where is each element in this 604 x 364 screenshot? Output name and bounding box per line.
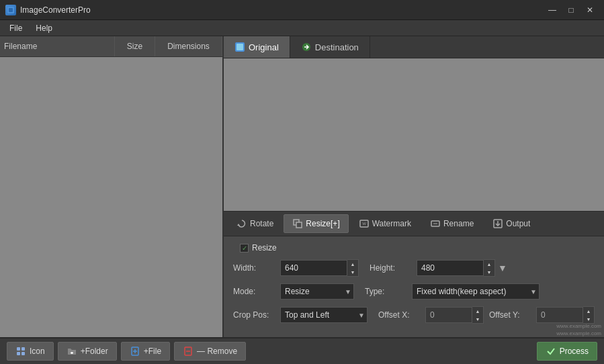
offset-x-spinner: ▲ ▼: [425, 306, 484, 324]
width-label: Width:: [233, 263, 280, 273]
svg-rect-3: [236, 44, 243, 50]
tab-output-label: Output: [506, 219, 530, 228]
tab-watermark-label: Watermark: [372, 219, 411, 228]
offset-y-spinner-btns: ▲ ▼: [583, 306, 595, 324]
height-spinner-btns: ▲ ▼: [484, 259, 495, 277]
process-label: Process: [560, 347, 589, 356]
width-input[interactable]: [280, 260, 347, 276]
add-folder-label: +Folder: [81, 347, 108, 356]
tab-output[interactable]: Output: [484, 214, 539, 233]
app-title: ImageConverterPro: [20, 5, 544, 15]
add-file-icon: [130, 346, 140, 357]
height-label: Height:: [370, 263, 417, 273]
resize-icon: [292, 218, 303, 229]
add-file-button[interactable]: +File: [121, 342, 170, 361]
offset-x-down-btn[interactable]: ▼: [472, 315, 483, 323]
window-controls: — □ ✕: [544, 3, 599, 17]
tab-rename[interactable]: Rename: [421, 214, 482, 233]
file-list-body[interactable]: [0, 57, 222, 337]
tab-destination[interactable]: Destination: [290, 36, 370, 58]
tab-rotate[interactable]: Rotate: [228, 214, 282, 233]
title-bar: ImageConverterPro — □ ✕: [0, 0, 604, 20]
bottom-toolbar: Icon +Folder +File — Re: [0, 337, 604, 364]
tab-resize-label: Resize[+]: [306, 219, 339, 228]
resize-checkbox-row: ✓ Resize: [233, 243, 595, 253]
height-up-btn[interactable]: ▲: [484, 260, 494, 268]
offset-y-down-btn[interactable]: ▼: [583, 315, 594, 323]
height-dropdown-arrow[interactable]: ▼: [498, 263, 507, 273]
tab-destination-label: Destination: [315, 42, 359, 52]
tab-resize[interactable]: Resize[+]: [284, 214, 348, 233]
menu-file[interactable]: File: [3, 22, 29, 34]
file-panel: Filename Size Dimensions: [0, 36, 224, 337]
svg-rect-7: [296, 222, 302, 228]
svg-rect-16: [17, 352, 20, 355]
remove-label: — Remove: [197, 347, 237, 356]
remove-icon: [183, 346, 193, 357]
svg-rect-14: [17, 347, 20, 351]
remove-button[interactable]: — Remove: [174, 342, 246, 361]
mode-select[interactable]: Resize Crop Fit: [280, 283, 354, 300]
offset-y-up-btn[interactable]: ▲: [583, 307, 594, 315]
mode-type-row: Mode: Resize Crop Fit ▼ Type: Fixed widt…: [233, 283, 595, 300]
resize-checkbox-label[interactable]: ✓ Resize: [240, 243, 277, 253]
svg-rect-17: [21, 352, 25, 355]
process-check-icon: [546, 346, 556, 357]
process-button[interactable]: Process: [537, 342, 597, 361]
minimize-button[interactable]: —: [544, 3, 561, 17]
offset-y-input[interactable]: [536, 307, 583, 323]
offset-x-input[interactable]: [425, 307, 472, 323]
svg-rect-15: [21, 347, 25, 351]
app-icon: [5, 5, 16, 15]
tab-rename-label: Rename: [443, 219, 474, 228]
destination-tab-icon: [301, 42, 312, 52]
type-select[interactable]: Fixed width(keep aspect) Fixed height(ke…: [412, 283, 540, 300]
tab-original[interactable]: Original: [224, 36, 290, 58]
main-content: Filename Size Dimensions Original: [0, 36, 604, 337]
icon-button[interactable]: Icon: [7, 342, 54, 361]
resize-label: Resize: [252, 243, 277, 253]
offset-y-label: Offset Y:: [489, 310, 536, 320]
width-spinner-btns: ▲ ▼: [347, 259, 359, 277]
height-input[interactable]: [417, 260, 484, 276]
mode-dropdown-wrap: Resize Crop Fit ▼: [280, 283, 354, 300]
folder-icon: [67, 346, 77, 357]
rotate-icon: [236, 218, 247, 229]
mode-label: Mode:: [233, 287, 280, 296]
maximize-button[interactable]: □: [562, 3, 580, 17]
width-spinner: ▲ ▼: [280, 259, 359, 277]
close-button[interactable]: ✕: [581, 3, 599, 17]
height-down-btn[interactable]: ▼: [484, 268, 494, 276]
svg-text:W: W: [362, 222, 366, 226]
width-down-btn[interactable]: ▼: [347, 268, 358, 276]
type-label: Type:: [365, 287, 412, 296]
menu-help[interactable]: Help: [29, 22, 59, 34]
col-filename: Filename: [0, 36, 115, 56]
crop-pos-select[interactable]: Top and Left Center Bottom Right: [280, 307, 368, 323]
width-up-btn[interactable]: ▲: [347, 260, 358, 268]
tab-original-label: Original: [249, 42, 279, 52]
crop-offset-row: Crop Pos: Top and Left Center Bottom Rig…: [233, 306, 595, 324]
resize-checkbox[interactable]: ✓: [240, 244, 249, 253]
right-panel: Original Destination Rotate: [224, 36, 604, 337]
col-size: Size: [115, 36, 155, 56]
width-height-row: Width: ▲ ▼ Height: ▲ ▼ ▼: [233, 259, 595, 277]
output-icon: [492, 218, 503, 229]
type-dropdown-wrap: Fixed width(keep aspect) Fixed height(ke…: [412, 283, 540, 300]
file-list-header: Filename Size Dimensions: [0, 36, 222, 57]
svg-rect-1: [9, 8, 13, 12]
preview-area: [224, 58, 604, 211]
icon-button-label: Icon: [30, 347, 45, 356]
original-tab-icon: [234, 42, 245, 52]
offset-x-label: Offset X:: [378, 310, 425, 320]
preview-tabs: Original Destination: [224, 36, 604, 58]
crop-pos-label: Crop Pos:: [233, 310, 280, 320]
rename-icon: [430, 218, 441, 229]
icon-grid-icon: [15, 346, 26, 357]
offset-x-up-btn[interactable]: ▲: [472, 307, 483, 315]
add-folder-button[interactable]: +Folder: [58, 342, 117, 361]
tab-watermark[interactable]: W Watermark: [350, 214, 420, 233]
menu-bar: File Help: [0, 20, 604, 36]
offset-y-spinner: ▲ ▼: [536, 306, 595, 324]
settings-panel: ✓ Resize Width: ▲ ▼ Height:: [224, 236, 604, 337]
